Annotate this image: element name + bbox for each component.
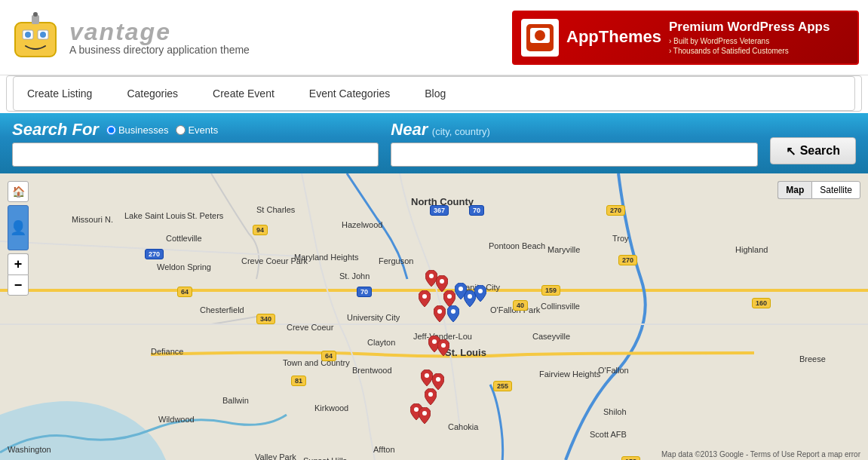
map-road-badge: 70 xyxy=(357,287,372,297)
map-type-controls: Map Satellite xyxy=(778,181,860,199)
svg-point-20 xyxy=(425,373,429,378)
svg-point-3 xyxy=(25,32,31,38)
map-road-badge: 340 xyxy=(256,314,275,324)
map-container: North CountySt. PetersSt CharlesHazelwoo… xyxy=(0,173,868,460)
search-type-group: Businesses Events xyxy=(106,124,218,136)
map-pin[interactable] xyxy=(437,339,449,360)
nav-create-listing[interactable]: Create Listing xyxy=(21,84,98,103)
search-bar: Search For Businesses Events Near (city,… xyxy=(0,113,868,173)
nav-event-categories[interactable]: Event Categories xyxy=(303,84,396,103)
svg-point-14 xyxy=(440,279,444,284)
svg-point-25 xyxy=(451,309,455,314)
map-zoom-out-button[interactable]: − xyxy=(8,274,29,296)
map-road-badge: 367 xyxy=(430,205,449,216)
map-zoom-controls: + − xyxy=(8,253,29,296)
events-radio[interactable] xyxy=(176,125,186,135)
nav-categories[interactable]: Categories xyxy=(121,84,184,103)
businesses-radio-label[interactable]: Businesses xyxy=(106,124,168,136)
map-view-button[interactable]: Map xyxy=(778,181,811,199)
satellite-view-button[interactable]: Satellite xyxy=(811,181,860,199)
nav-wrapper: Create Listing Categories Create Event E… xyxy=(6,75,862,112)
map-pin[interactable] xyxy=(419,290,431,311)
map-pin[interactable] xyxy=(455,283,467,303)
map-pin[interactable] xyxy=(474,285,486,305)
svg-point-9 xyxy=(535,30,545,41)
search-cursor-icon: ↖ xyxy=(786,144,796,158)
nav-create-event[interactable]: Create Event xyxy=(207,84,281,103)
map-road-badge: 40 xyxy=(513,300,528,311)
map-road-badge: 270 xyxy=(145,249,164,259)
nav-blog[interactable]: Blog xyxy=(419,84,452,103)
map-person-button[interactable]: 👤 xyxy=(8,205,29,250)
logo-tagline: A business directory application theme xyxy=(69,44,250,56)
search-input[interactable] xyxy=(12,143,379,167)
svg-point-17 xyxy=(437,309,442,314)
ad-banner[interactable]: AppThemes Premium WordPress Apps › Built… xyxy=(512,11,859,65)
businesses-radio[interactable] xyxy=(106,125,116,135)
svg-rect-0 xyxy=(15,23,56,57)
map-controls: 🏠 👤 + − xyxy=(8,181,29,296)
svg-point-27 xyxy=(478,289,483,293)
search-for-label: Search For Businesses Events xyxy=(12,120,379,140)
svg-rect-10 xyxy=(532,45,547,48)
search-button[interactable]: ↖ Search xyxy=(770,137,856,164)
svg-point-13 xyxy=(429,274,434,278)
map-road-badge: 270 xyxy=(618,255,637,265)
map-road-badge: 160 xyxy=(752,298,771,308)
near-section: Near (city, country) xyxy=(391,120,757,167)
ad-icon xyxy=(521,19,559,57)
ad-text: Premium WordPress Apps › Built by WordPr… xyxy=(669,19,830,55)
near-label: Near (city, country) xyxy=(391,120,757,140)
svg-point-19 xyxy=(441,343,446,348)
svg-point-22 xyxy=(428,392,433,397)
svg-point-28 xyxy=(459,287,463,291)
map-road-badge: 70 xyxy=(469,205,484,216)
map-pin[interactable] xyxy=(421,370,433,390)
map-road-badge: 159 xyxy=(541,285,560,296)
logo-icon xyxy=(9,11,62,64)
map-zoom-in-button[interactable]: + xyxy=(8,253,29,274)
svg-point-16 xyxy=(447,294,452,299)
svg-point-24 xyxy=(422,411,427,416)
map-attribution: Map data ©2013 Google - Terms of Use Rep… xyxy=(661,450,860,458)
svg-point-6 xyxy=(33,12,38,17)
map-road-badge: 255 xyxy=(493,381,512,391)
map-road-badge: 270 xyxy=(606,205,625,216)
map-road-badge: 81 xyxy=(291,376,306,386)
svg-point-18 xyxy=(432,339,437,344)
svg-point-15 xyxy=(422,294,427,299)
logo-title: vantage xyxy=(69,20,250,44)
map-road-badge: 158 xyxy=(621,456,640,460)
map-pin[interactable] xyxy=(425,388,437,409)
logo-area: vantage A business directory application… xyxy=(9,11,250,64)
svg-point-26 xyxy=(468,294,472,299)
map-road-badge: 64 xyxy=(177,287,192,297)
map-pin[interactable] xyxy=(434,305,446,326)
svg-point-21 xyxy=(436,377,440,382)
ad-logo-text: AppThemes xyxy=(566,27,661,47)
svg-point-4 xyxy=(40,32,46,38)
map-home-button[interactable]: 🏠 xyxy=(8,181,29,202)
map-pin[interactable] xyxy=(419,407,431,428)
map-road-badge: 94 xyxy=(253,225,268,235)
main-nav: Create Listing Categories Create Event E… xyxy=(13,76,855,111)
events-radio-label[interactable]: Events xyxy=(176,124,218,136)
map-road-badge: 64 xyxy=(321,351,336,361)
search-for-section: Search For Businesses Events xyxy=(12,120,379,167)
header: vantage A business directory application… xyxy=(0,0,868,75)
logo-text: vantage A business directory application… xyxy=(69,20,250,56)
near-input[interactable] xyxy=(391,143,757,167)
map-pin[interactable] xyxy=(447,305,459,326)
